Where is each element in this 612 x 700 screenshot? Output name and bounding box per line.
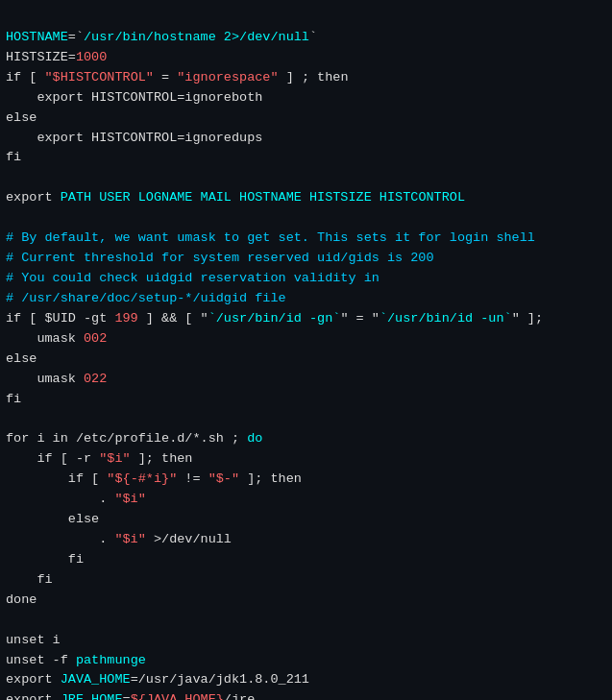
- line-comment3: # You could check uidgid reservation val…: [6, 271, 379, 285]
- line-if-uid: if [ $UID -gt 199 ] && [ "`/usr/bin/id -…: [6, 311, 551, 326]
- line-unset-f: unset -f pathmunge: [6, 653, 146, 667]
- line-empty2: [6, 210, 13, 225]
- line-java-home: export JAVA_HOME=/usr/java/jdk1.8.0_211: [6, 672, 309, 687]
- line-empty1: [6, 170, 13, 184]
- line-if-hashi: if [ "${-#*i}" != "$-" ]; then: [6, 471, 302, 486]
- line-hostname: HOSTNAME=`/usr/bin/hostname 2>/dev/null`: [6, 30, 317, 44]
- line-fi1: fi: [6, 150, 21, 164]
- line-export-ignoreboth: export HISTCONTROL=ignoreboth: [6, 90, 262, 105]
- line-done: done: [6, 592, 37, 607]
- line-histsize: HISTSIZE=1000: [6, 50, 107, 64]
- line-empty4: [6, 613, 13, 627]
- line-empty3: [6, 411, 13, 425]
- line-dot-i2: . "$i" >/dev/null: [6, 532, 232, 546]
- line-else1: else: [6, 110, 37, 125]
- line-if-histcontrol: if [ "$HISTCONTROL" = "ignorespace" ] ; …: [6, 70, 349, 84]
- line-else3: else: [6, 512, 99, 526]
- line-for: for i in /etc/profile.d/*.sh ; do: [6, 431, 262, 446]
- line-unset-i: unset i: [6, 633, 61, 647]
- line-fi3: fi: [6, 552, 84, 567]
- line-export-all: export PATH USER LOGNAME MAIL HOSTNAME H…: [6, 190, 465, 205]
- code-editor: HOSTNAME=`/usr/bin/hostname 2>/dev/null`…: [6, 8, 606, 700]
- line-fi2: fi: [6, 392, 21, 406]
- line-fi4: fi: [6, 572, 53, 587]
- line-export-ignoredups: export HISTCONTROL=ignoredups: [6, 131, 262, 145]
- line-umask002: umask 002: [6, 331, 107, 346]
- line-umask022: umask 022: [6, 372, 107, 386]
- line-if-r: if [ -r "$i" ]; then: [6, 451, 192, 466]
- line-comment2: # Current threshold for system reserved …: [6, 251, 434, 265]
- line-else2: else: [6, 351, 37, 366]
- line-dot-i1: . "$i": [6, 492, 146, 506]
- line-jre-home: export JRE_HOME=${JAVA_HOME}/jre: [6, 692, 255, 700]
- line-comment4: # /usr/share/doc/setup-*/uidgid file: [6, 291, 286, 305]
- line-comment1: # By default, we want umask to get set. …: [6, 230, 535, 245]
